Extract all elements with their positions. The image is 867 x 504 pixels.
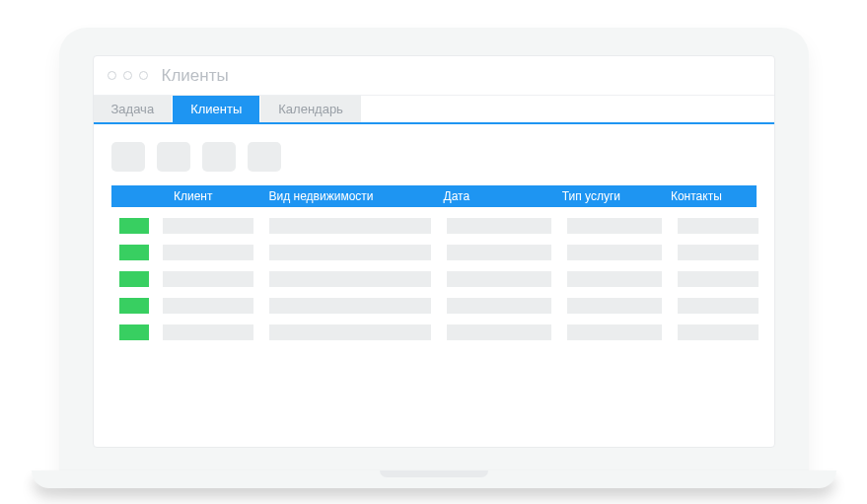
window-close-icon[interactable] <box>108 71 116 80</box>
toolbar-button-3[interactable] <box>202 142 236 172</box>
column-property-type[interactable]: Вид недвижимости <box>261 189 436 203</box>
cell-date <box>447 324 551 340</box>
cell-property-type <box>269 298 431 314</box>
window-controls <box>108 71 148 80</box>
cell-client <box>163 271 253 287</box>
status-badge <box>119 245 149 260</box>
table-row[interactable] <box>111 287 757 314</box>
cell-client <box>163 245 253 260</box>
table-row[interactable] <box>111 207 757 234</box>
table-header: Клиент Вид недвижимости Дата Тип услуги … <box>111 185 757 207</box>
cell-client <box>163 324 253 340</box>
table-row[interactable] <box>111 260 757 287</box>
cell-date <box>447 298 551 314</box>
cell-date <box>447 271 551 287</box>
column-client[interactable]: Клиент <box>154 189 261 203</box>
window-titlebar: Клиенты <box>94 56 774 96</box>
cell-contacts <box>678 271 759 287</box>
cell-contacts <box>678 218 759 234</box>
column-contacts[interactable]: Контакты <box>663 189 757 203</box>
cell-service-type <box>567 271 662 287</box>
cell-date <box>447 245 551 260</box>
cell-service-type <box>567 324 662 340</box>
cell-service-type <box>567 218 662 234</box>
cell-date <box>447 218 551 234</box>
laptop-base <box>32 470 836 488</box>
laptop-frame: Клиенты Задача Клиенты Календарь Клиент … <box>59 28 809 476</box>
window-maximize-icon[interactable] <box>139 71 148 80</box>
table-body <box>111 207 757 340</box>
status-badge <box>119 298 149 314</box>
status-badge <box>119 324 149 340</box>
status-badge <box>119 271 149 287</box>
tab-bar: Задача Клиенты Календарь <box>94 96 774 124</box>
cell-contacts <box>678 298 759 314</box>
table-row[interactable] <box>111 314 757 340</box>
clients-table: Клиент Вид недвижимости Дата Тип услуги … <box>94 185 774 358</box>
cell-client <box>163 298 253 314</box>
window-minimize-icon[interactable] <box>123 71 132 80</box>
column-service-type[interactable]: Тип услуги <box>554 189 663 203</box>
column-date[interactable]: Дата <box>436 189 554 203</box>
cell-service-type <box>567 298 662 314</box>
table-row[interactable] <box>111 234 757 260</box>
tab-task[interactable]: Задача <box>94 96 174 122</box>
toolbar-button-2[interactable] <box>157 142 190 172</box>
cell-service-type <box>567 245 662 260</box>
cell-contacts <box>678 324 759 340</box>
tab-clients[interactable]: Клиенты <box>173 96 260 122</box>
toolbar-button-4[interactable] <box>248 142 281 172</box>
cell-property-type <box>269 245 431 260</box>
cell-property-type <box>269 218 431 234</box>
cell-property-type <box>269 271 431 287</box>
toolbar <box>94 124 774 185</box>
status-badge <box>119 218 149 234</box>
cell-client <box>163 218 253 234</box>
tab-calendar[interactable]: Календарь <box>260 96 362 122</box>
window-title: Клиенты <box>162 66 229 86</box>
app-window: Клиенты Задача Клиенты Календарь Клиент … <box>93 55 775 448</box>
cell-property-type <box>269 324 431 340</box>
toolbar-button-1[interactable] <box>111 142 145 172</box>
cell-contacts <box>678 245 759 260</box>
